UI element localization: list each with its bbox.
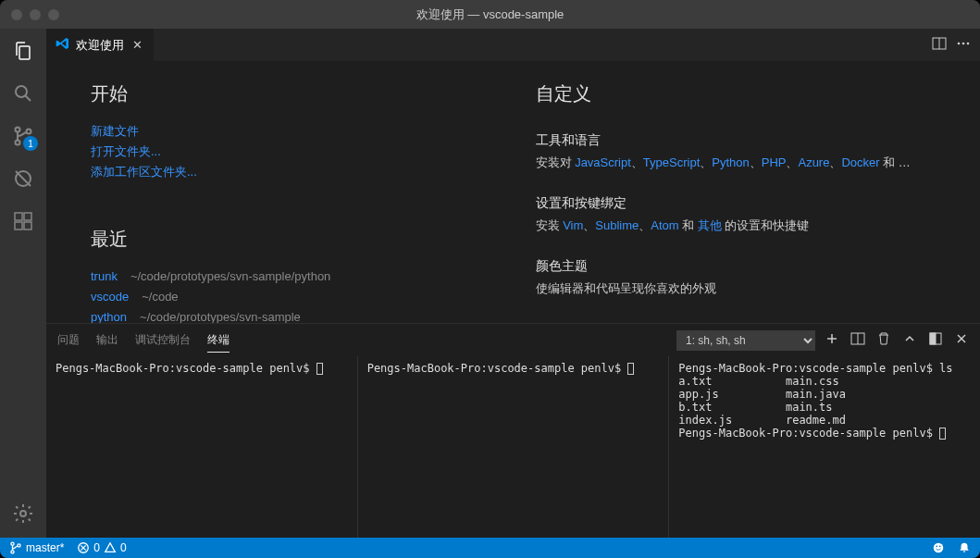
status-bar: master* 0 0: [0, 538, 980, 558]
recent-link[interactable]: python: [91, 307, 127, 323]
customize-heading: 自定义: [536, 81, 944, 106]
window-close-dot[interactable]: [11, 9, 22, 20]
theme-text: 使编辑器和代码呈现你喜欢的外观: [536, 280, 944, 297]
recent-item: vscode~/code: [91, 287, 499, 307]
link-docker[interactable]: Docker: [841, 155, 879, 169]
recent-link[interactable]: vscode: [91, 287, 129, 307]
git-branch-status[interactable]: master*: [9, 541, 64, 554]
more-actions-icon[interactable]: [956, 36, 971, 54]
svg-point-27: [18, 544, 20, 547]
svg-point-26: [11, 551, 14, 553]
window-title: 欢迎使用 — vscode-sample: [416, 6, 564, 23]
svg-point-16: [967, 43, 970, 45]
scm-badge: 1: [23, 136, 38, 151]
terminal-pane-2[interactable]: Pengs-MacBook-Pro:vscode-sample penlv$: [358, 356, 670, 538]
welcome-editor: 开始 新建文件 打开文件夹... 添加工作区文件夹... 最近 trunk~/c…: [46, 61, 980, 323]
terminal-pane-3[interactable]: Pengs-MacBook-Pro:vscode-sample penlv$ l…: [669, 356, 980, 538]
settings-heading: 设置和按键绑定: [536, 195, 944, 212]
recent-item: python~/code/prototypes/svn-sample: [91, 307, 499, 323]
tools-line: 安装对 JavaScript、TypeScript、Python、PHP、Azu…: [536, 155, 944, 171]
settings-gear-icon[interactable]: [10, 501, 36, 527]
terminal-selector[interactable]: 1: sh, sh, sh: [676, 330, 815, 351]
debug-icon[interactable]: [10, 166, 36, 192]
svg-point-0: [16, 86, 27, 97]
maximize-panel-icon[interactable]: [928, 331, 943, 349]
link-atom[interactable]: Atom: [651, 218, 678, 232]
svg-point-31: [934, 543, 944, 553]
bottom-panel: 问题 输出 调试控制台 终端 1: sh, sh, sh: [46, 323, 980, 538]
svg-line-1: [26, 96, 31, 102]
svg-rect-8: [15, 222, 22, 229]
panel-tab-debug[interactable]: 调试控制台: [135, 332, 191, 348]
window-maximize-dot[interactable]: [48, 9, 59, 20]
link-azure[interactable]: Azure: [798, 155, 829, 169]
svg-point-3: [16, 141, 20, 145]
svg-rect-22: [930, 333, 936, 344]
start-heading: 开始: [91, 81, 499, 106]
svg-point-25: [11, 542, 14, 545]
search-icon[interactable]: [10, 81, 36, 106]
link-typescript[interactable]: TypeScript: [643, 155, 700, 169]
theme-heading: 颜色主题: [536, 258, 944, 275]
link-vim[interactable]: Vim: [563, 218, 583, 232]
extensions-icon[interactable]: [10, 208, 36, 234]
svg-point-15: [962, 43, 965, 45]
feedback-icon[interactable]: [932, 541, 945, 554]
titlebar: 欢迎使用 — vscode-sample: [0, 0, 980, 29]
svg-rect-10: [24, 213, 31, 220]
activity-bar: 1: [0, 29, 46, 538]
tab-label: 欢迎使用: [76, 37, 124, 54]
kill-terminal-icon[interactable]: [876, 331, 891, 349]
open-folder-link[interactable]: 打开文件夹...: [91, 142, 499, 162]
svg-rect-7: [15, 213, 22, 220]
svg-point-2: [16, 128, 20, 132]
link-php[interactable]: PHP: [762, 155, 787, 169]
svg-point-32: [936, 545, 937, 547]
close-panel-icon[interactable]: [954, 331, 969, 349]
recent-path: ~/code: [142, 287, 178, 307]
tab-welcome[interactable]: 欢迎使用 ✕: [46, 29, 155, 61]
window-minimize-dot[interactable]: [30, 9, 41, 20]
add-workspace-link[interactable]: 添加工作区文件夹...: [91, 162, 499, 182]
vscode-icon: [56, 36, 70, 54]
errors-warnings-status[interactable]: 0 0: [77, 541, 126, 554]
link-sublime[interactable]: Sublime: [595, 218, 639, 232]
settings-line: 安装 Vim、Sublime、Atom 和 其他 的设置和快捷键: [536, 217, 944, 234]
editor-tabs: 欢迎使用 ✕: [46, 29, 980, 61]
svg-point-14: [958, 43, 961, 45]
new-terminal-icon[interactable]: [825, 331, 839, 349]
source-control-icon[interactable]: 1: [10, 123, 36, 149]
notifications-icon[interactable]: [958, 541, 971, 554]
link-python[interactable]: Python: [712, 155, 749, 169]
new-file-link[interactable]: 新建文件: [91, 121, 499, 142]
explorer-icon[interactable]: [10, 38, 36, 64]
recent-path: ~/code/prototypes/svn-sample: [140, 307, 301, 323]
link-javascript[interactable]: JavaScript: [575, 155, 631, 169]
panel-tab-problems[interactable]: 问题: [57, 332, 80, 348]
svg-point-11: [20, 511, 26, 516]
split-editor-icon[interactable]: [932, 36, 947, 54]
recent-link[interactable]: trunk: [91, 267, 118, 287]
split-terminal-icon[interactable]: [850, 331, 865, 349]
close-icon[interactable]: ✕: [130, 38, 144, 53]
recent-path: ~/code/prototypes/svn-sample/python: [130, 267, 330, 287]
recent-item: trunk~/code/prototypes/svn-sample/python: [91, 267, 499, 287]
svg-rect-9: [24, 222, 31, 229]
terminal-pane-1[interactable]: Pengs-MacBook-Pro:vscode-sample penlv$: [46, 356, 358, 538]
panel-tab-output[interactable]: 输出: [96, 332, 118, 348]
svg-point-33: [939, 545, 941, 547]
panel-tab-terminal[interactable]: 终端: [207, 332, 229, 353]
link-others[interactable]: 其他: [698, 218, 722, 232]
recent-heading: 最近: [91, 227, 499, 252]
tools-heading: 工具和语言: [536, 132, 944, 149]
collapse-panel-icon[interactable]: [902, 331, 917, 349]
svg-point-4: [27, 130, 31, 134]
